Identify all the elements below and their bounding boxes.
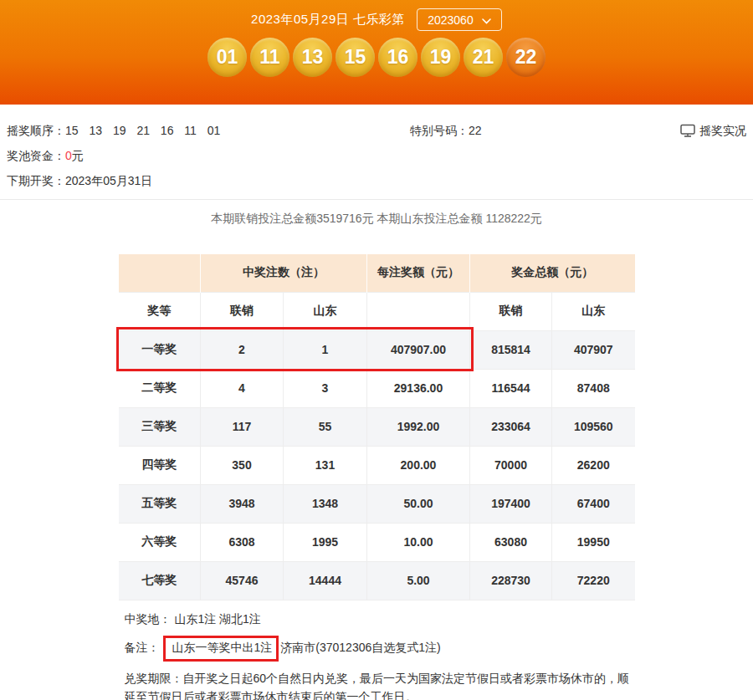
next-draw-label: 下期开奖： <box>7 168 65 193</box>
prize-level-cell: 二等奖 <box>119 369 201 407</box>
prize-value-cell: 1348 <box>284 484 367 523</box>
deadline-text: 自开奖之日起60个自然日内兑奖，最后一天为国家法定节假日或者彩票市场休市的，顺延… <box>125 672 630 700</box>
prize-value-cell: 131 <box>284 446 367 484</box>
pool-value: 0 <box>65 143 72 168</box>
page-header: 2023年05月29日 七乐彩第 2023060 011113151619212… <box>0 0 753 105</box>
deadline-label: 兑奖期限： <box>125 672 183 685</box>
issue-select-value: 2023060 <box>428 13 474 27</box>
prize-value-cell: 14444 <box>284 561 367 600</box>
draw-order: 摇奖顺序：15 13 19 21 16 11 01 <box>7 118 410 143</box>
live-draw-label: 摇奖实况 <box>699 118 746 143</box>
prize-value-cell: 407907 <box>552 330 635 369</box>
sub-header-shandong-total: 山东 <box>552 292 635 330</box>
group-header-blank <box>119 254 201 292</box>
table-row: 六等奖6308199510.006308019950 <box>119 523 635 561</box>
prize-level-cell: 三等奖 <box>119 407 201 446</box>
group-header-per-prize: 每注奖额（元） <box>367 254 470 292</box>
lottery-ball: 21 <box>464 38 503 77</box>
prize-value-cell: 3 <box>284 369 367 407</box>
prize-level-cell: 一等奖 <box>119 330 201 369</box>
prize-value-cell: 233064 <box>470 407 552 446</box>
special-number: 特别号码：22 <box>410 118 680 143</box>
prize-value-cell: 815814 <box>470 330 552 369</box>
note-highlight-box: 山东一等奖中出1注 <box>163 636 279 662</box>
pool-label: 奖池资金： <box>7 143 65 168</box>
sub-header-shandong-counts: 山东 <box>284 292 367 330</box>
prize-value-cell: 1 <box>284 330 367 369</box>
draw-order-value: 15 13 19 21 16 11 01 <box>65 124 220 137</box>
prize-value-cell: 26200 <box>552 446 635 484</box>
header-title-row: 2023年05月29日 七乐彩第 2023060 <box>0 0 753 28</box>
sub-header-blank <box>367 292 470 330</box>
prize-value-cell: 3948 <box>201 484 284 523</box>
special-ball: 22 <box>506 38 546 77</box>
sub-header-level: 奖等 <box>119 292 201 330</box>
table-row: 五等奖3948134850.0019740067400 <box>119 484 635 523</box>
group-header-counts: 中奖注数（注） <box>201 254 367 292</box>
deadline-line: 兑奖期限：自开奖之日起60个自然日内兑奖，最后一天为国家法定节假日或者彩票市场休… <box>125 669 635 700</box>
prize-value-cell: 228730 <box>470 561 552 600</box>
draw-order-label: 摇奖顺序： <box>7 124 65 137</box>
prize-value-cell: 117 <box>201 407 284 446</box>
prize-value-cell: 19950 <box>552 523 635 561</box>
prize-value-cell: 1995 <box>284 523 367 561</box>
prize-value-cell: 29136.00 <box>367 369 470 407</box>
prize-value-cell: 45746 <box>201 561 284 600</box>
prize-value-cell: 63080 <box>470 523 552 561</box>
pool-row: 奖池资金：0元 <box>7 143 746 168</box>
prize-value-cell: 350 <box>201 446 284 484</box>
winning-numbers: 0111131516192122 <box>0 38 753 77</box>
prize-value-cell: 87408 <box>552 369 635 407</box>
table-group-header-row: 中奖注数（注） 每注奖额（元） 奖金总额（元） <box>119 254 635 292</box>
lottery-ball: 19 <box>421 38 460 77</box>
prize-value-cell: 5.00 <box>367 561 470 600</box>
prize-value-cell: 407907.00 <box>367 330 470 369</box>
prize-level-cell: 六等奖 <box>119 523 201 561</box>
table-row: 四等奖350131200.007000026200 <box>119 446 635 484</box>
prize-value-cell: 50.00 <box>367 484 470 523</box>
prize-value-cell: 6308 <box>201 523 284 561</box>
prize-level-cell: 四等奖 <box>119 446 201 484</box>
footer-notes: 中奖地： 山东1注 湖北1注 备注： 山东一等奖中出1注 济南市(3701230… <box>119 600 635 700</box>
prize-value-cell: 67400 <box>552 484 635 523</box>
prize-value-cell: 2 <box>201 330 284 369</box>
winning-place-line: 中奖地： 山东1注 湖北1注 <box>125 611 635 628</box>
prize-value-cell: 197400 <box>470 484 552 523</box>
prize-value-cell: 4 <box>201 369 284 407</box>
prize-level-cell: 七等奖 <box>119 561 201 600</box>
draw-info-section: 摇奖顺序：15 13 19 21 16 11 01 特别号码：22 摇奖实况 奖… <box>0 105 753 200</box>
special-number-label: 特别号码： <box>410 124 469 137</box>
lottery-ball: 01 <box>207 38 247 77</box>
note-rest-text: 济南市(37012306自选复式1注) <box>280 641 440 656</box>
table-row: 七等奖45746144445.0022873072220 <box>119 561 635 600</box>
prize-value-cell: 70000 <box>470 446 552 484</box>
table-row: 一等奖21407907.00815814407907 <box>119 330 635 369</box>
prize-table-body: 一等奖21407907.00815814407907二等奖4329136.001… <box>119 330 635 600</box>
lottery-ball: 16 <box>378 38 417 77</box>
group-header-total-prize: 奖金总额（元） <box>470 254 635 292</box>
monitor-icon <box>680 124 695 137</box>
prize-level-cell: 五等奖 <box>119 484 201 523</box>
winning-place-value: 山东1注 湖北1注 <box>174 612 260 626</box>
lottery-ball: 11 <box>250 38 289 77</box>
lottery-ball: 13 <box>293 38 332 77</box>
sub-header-lianxiao-total: 联销 <box>470 292 552 330</box>
lottery-ball: 15 <box>336 38 375 77</box>
prize-value-cell: 116544 <box>470 369 552 407</box>
table-row: 二等奖4329136.0011654487408 <box>119 369 635 407</box>
live-draw-link[interactable]: 摇奖实况 <box>680 118 746 143</box>
chevron-down-icon <box>482 13 491 27</box>
table-sub-header-row: 奖等 联销 山东 联销 山东 <box>119 292 635 330</box>
prize-table-container: 中奖注数（注） 每注奖额（元） 奖金总额（元） 奖等 联销 山东 联销 山东 一… <box>119 254 635 600</box>
winning-place-label: 中奖地： <box>125 612 172 626</box>
next-draw-value: 2023年05月31日 <box>65 168 152 193</box>
note-label: 备注： <box>125 641 160 656</box>
draw-date-title: 2023年05月29日 七乐彩第 <box>251 12 405 28</box>
issue-select[interactable]: 2023060 <box>417 8 502 31</box>
prize-table: 中奖注数（注） 每注奖额（元） 奖金总额（元） 奖等 联销 山东 联销 山东 一… <box>119 254 635 600</box>
prize-value-cell: 109560 <box>552 407 635 446</box>
note-highlighted-text: 山东一等奖中出1注 <box>172 641 273 654</box>
special-number-value: 22 <box>469 124 482 137</box>
prize-value-cell: 1992.00 <box>367 407 470 446</box>
note-line: 备注： 山东一等奖中出1注 济南市(37012306自选复式1注) <box>125 636 635 662</box>
